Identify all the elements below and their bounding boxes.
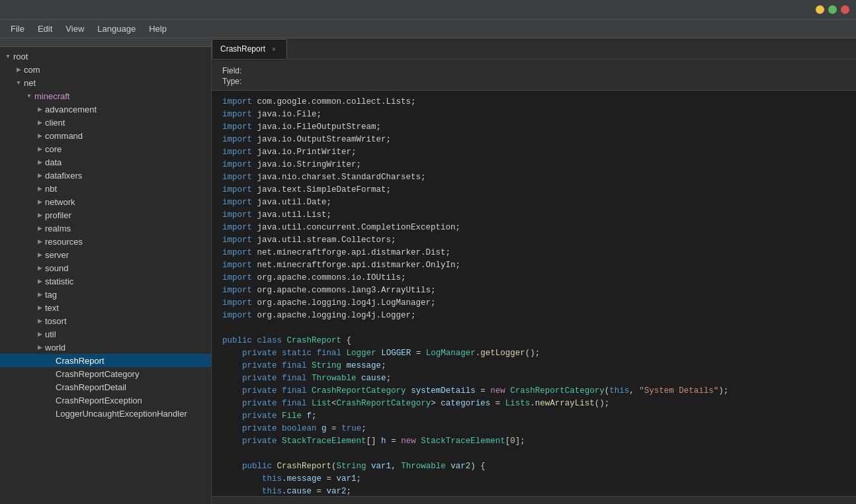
tree-item-CrashReport[interactable]: CrashReport [0, 354, 211, 367]
type-info-line: Type: [222, 77, 845, 86]
tree-arrow-net [13, 77, 24, 88]
tree-item-command[interactable]: command [0, 129, 211, 142]
tree-item-resources[interactable]: resources [0, 235, 211, 248]
tree-label-client: client [45, 118, 65, 128]
window-controls[interactable] [816, 5, 849, 14]
tree-label-core: core [45, 144, 62, 154]
tree-label-command: command [45, 131, 83, 141]
tree-item-text[interactable]: text [0, 301, 211, 314]
tree-item-CrashReportCategory[interactable]: CrashReportCategory [0, 367, 211, 380]
tree-label-com: com [24, 65, 40, 75]
tree-label-world: world [45, 343, 65, 353]
tree-item-profiler[interactable]: profiler [0, 208, 211, 222]
tree-label-root: root [13, 52, 28, 62]
tree-item-datafixers[interactable]: datafixers [0, 169, 211, 182]
title-bar [0, 0, 856, 20]
code-line [212, 322, 856, 335]
tree-label-CrashReportDetail: CrashReportDetail [56, 382, 126, 392]
code-line: private boolean g = true; [212, 423, 856, 435]
menu-help[interactable]: Help [144, 22, 172, 36]
tree-arrow-com [13, 64, 24, 75]
tree-item-network[interactable]: network [0, 195, 211, 208]
code-line: import java.io.FileOutputStream; [212, 121, 856, 134]
code-area[interactable]: import com.google.common.collect.Lists; … [212, 91, 856, 496]
code-line: import java.nio.charset.StandardCharsets… [212, 171, 856, 184]
tree-container[interactable]: rootcomnetminecraftadvancementclientcomm… [0, 47, 211, 504]
code-line: import java.io.File; [212, 108, 856, 121]
tree-label-server: server [45, 250, 69, 260]
tree-label-data: data [45, 157, 62, 167]
code-line: private File f; [212, 410, 856, 423]
right-panel: CrashReport × Field: Type: import com.go… [212, 38, 856, 504]
tree-label-statistic: statistic [45, 276, 73, 286]
tree-item-root[interactable]: root [0, 50, 211, 63]
tree-arrow-statistic [34, 276, 45, 286]
tree-item-sound[interactable]: sound [0, 261, 211, 274]
code-line: import org.apache.commons.io.IOUtils; [212, 272, 856, 284]
menu-view[interactable]: View [60, 22, 89, 36]
tree-item-data[interactable]: data [0, 155, 211, 169]
field-label: Field: [222, 66, 241, 75]
tree-item-CrashReportDetail[interactable]: CrashReportDetail [0, 380, 211, 394]
tree-label-CrashReport: CrashReport [56, 356, 105, 366]
menu-edit[interactable]: Edit [32, 22, 58, 36]
tree-label-text: text [45, 303, 59, 313]
tree-item-net[interactable]: net [0, 76, 211, 89]
tree-arrow-core [34, 144, 45, 154]
tree-item-client[interactable]: client [0, 116, 211, 129]
tree-label-resources: resources [45, 237, 83, 247]
tree-item-minecraft[interactable]: minecraft [0, 89, 211, 103]
tree-item-CrashReportException[interactable]: CrashReportException [0, 394, 211, 407]
minimize-button[interactable] [816, 5, 824, 14]
tree-arrow-root [3, 51, 13, 62]
tree-arrow-minecraft [24, 91, 34, 101]
code-line: private final List<CrashReportCategory> … [212, 398, 856, 410]
code-line: private final CrashReportCategory system… [212, 385, 856, 398]
code-line: import org.apache.logging.log4j.Logger; [212, 310, 856, 322]
tree-label-realms: realms [45, 224, 71, 233]
tab-close-button[interactable]: × [269, 44, 278, 54]
tree-item-core[interactable]: core [0, 142, 211, 155]
tree-item-LoggerUncaughtExceptionHandler[interactable]: LoggerUncaughtExceptionHandler [0, 407, 211, 420]
tab-bar: CrashReport × [212, 38, 856, 60]
tree-item-realms[interactable]: realms [0, 222, 211, 235]
tree-arrow-resources [34, 236, 45, 247]
tree-item-util[interactable]: util [0, 327, 211, 341]
menu-file[interactable]: File [5, 22, 30, 36]
code-line: import java.io.PrintWriter; [212, 146, 856, 159]
tree-item-world[interactable]: world [0, 341, 211, 354]
code-line: public CrashReport(String var1, Throwabl… [212, 460, 856, 473]
tree-arrow-util [34, 329, 45, 339]
tree-item-server[interactable]: server [0, 248, 211, 261]
horizontal-scrollbar[interactable] [212, 496, 856, 504]
tree-arrow-client [34, 117, 45, 128]
code-line: private StackTraceElement[] h = new Stac… [212, 435, 856, 448]
menu-language[interactable]: Language [92, 22, 141, 36]
field-info-line: Field: [222, 66, 845, 75]
tree-item-statistic[interactable]: statistic [0, 274, 211, 288]
tree-arrow-data [34, 157, 45, 167]
tree-arrow-profiler [34, 210, 45, 220]
code-line: import java.io.StringWriter; [212, 159, 856, 171]
close-button[interactable] [841, 5, 849, 14]
tree-label-sound: sound [45, 263, 68, 273]
tree-arrow-network [34, 196, 45, 207]
main-layout: rootcomnetminecraftadvancementclientcomm… [0, 38, 856, 504]
tree-item-tag[interactable]: tag [0, 288, 211, 301]
tree-item-advancement[interactable]: advancement [0, 103, 211, 116]
tree-arrow-text [34, 302, 45, 313]
tree-item-com[interactable]: com [0, 63, 211, 76]
tree-label-network: network [45, 197, 75, 207]
tab-label: CrashReport [220, 44, 265, 54]
maximize-button[interactable] [828, 5, 837, 14]
code-line: import org.apache.logging.log4j.LogManag… [212, 297, 856, 310]
code-line: this.message = var1; [212, 473, 856, 485]
tree-arrow-command [34, 130, 45, 141]
code-line: import java.util.List; [212, 209, 856, 222]
tree-item-tosort[interactable]: tosort [0, 314, 211, 327]
tree-arrow-realms [34, 223, 45, 233]
tab-crashreport[interactable]: CrashReport × [212, 39, 287, 59]
tree-arrow-advancement [34, 104, 45, 114]
tree-label-net: net [24, 78, 36, 88]
tree-item-nbt[interactable]: nbt [0, 182, 211, 195]
